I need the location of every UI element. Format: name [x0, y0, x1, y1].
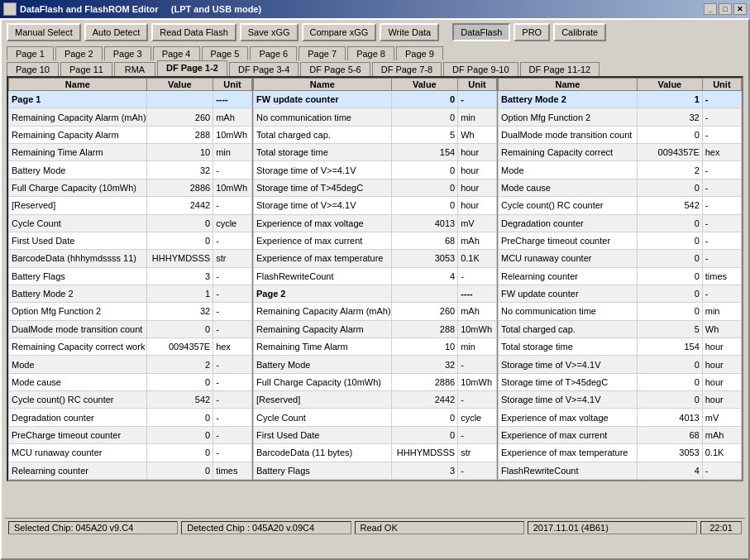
tab-df-page7-8[interactable]: DF Page 7-8	[372, 62, 442, 76]
save-xgg-button[interactable]: Save xGG	[240, 23, 299, 41]
table-row[interactable]: Battery Flags3-	[254, 462, 497, 479]
table-row[interactable]: Degradation counter0-	[499, 214, 742, 232]
table-row[interactable]: DualMode mode transition count0-	[499, 126, 742, 143]
table-row[interactable]: Experience of max current68mAh	[499, 426, 742, 443]
table-row[interactable]: Remaining Time Alarm10min	[254, 338, 497, 356]
table-row[interactable]: PreCharge timeout counter0-	[9, 426, 252, 443]
table-row[interactable]: Cycle count() RC counter542-	[9, 391, 252, 409]
table-row[interactable]: Mode cause0-	[9, 373, 252, 390]
table-row[interactable]: Full Charge Capacity (10mWh)288610mWh	[9, 179, 252, 196]
minimize-button[interactable]: _	[704, 3, 717, 15]
tab-page4[interactable]: Page 4	[153, 46, 200, 60]
table-row[interactable]: Experience of max temperature30530.1K	[499, 444, 742, 462]
table-row[interactable]: PreCharge timeout counter0-	[499, 232, 742, 249]
dataflash-button[interactable]: DataFlash	[452, 23, 510, 41]
table-row[interactable]: Page 1----	[9, 91, 252, 108]
table-row[interactable]: Remaining Capacity correct0094357Ehex	[499, 144, 742, 161]
table-row[interactable]: Battery Mode32-	[254, 356, 497, 373]
table-row[interactable]: Mode2-	[499, 161, 742, 179]
table-row[interactable]: First Used Date0-	[9, 232, 252, 249]
manual-select-button[interactable]: Manual Select	[7, 23, 81, 41]
table-row[interactable]: [Reserved]2442-	[9, 197, 252, 214]
tab-df-page1-2[interactable]: DF Page 1-2	[157, 60, 227, 76]
table-row[interactable]: Remaining Capacity Alarm28810mWh	[9, 126, 252, 143]
auto-detect-button[interactable]: Auto Detect	[84, 23, 148, 41]
table-row[interactable]: Battery Mode32-	[9, 161, 252, 179]
tab-df-page5-6[interactable]: DF Page 5-6	[300, 62, 370, 76]
tab-page10[interactable]: Page 10	[7, 62, 59, 76]
table3-header-value: Value	[638, 79, 703, 91]
table-row[interactable]: Experience of max voltage4013mV	[254, 214, 497, 232]
table-row[interactable]: Experience of max temperature30530.1K	[254, 250, 497, 267]
table-row[interactable]: Battery Flags3-	[9, 267, 252, 285]
table-row[interactable]: Total storage time154hour	[499, 338, 742, 356]
table-row[interactable]: Cycle Count0cycle	[254, 409, 497, 426]
table2-container[interactable]: Name Value Unit FW update counter0-No co…	[253, 78, 498, 480]
table-row[interactable]: Page 2----	[254, 285, 497, 302]
table-row[interactable]: Cycle count() RC counter542-	[499, 197, 742, 214]
table-row[interactable]: Degradation counter0-	[9, 409, 252, 426]
table-row[interactable]: First Used Date0-	[254, 426, 497, 443]
table-row[interactable]: Cycle Count0cycle	[9, 214, 252, 232]
tab-rma[interactable]: RMA	[114, 62, 155, 76]
calibrate-button[interactable]: Calibrate	[553, 23, 606, 41]
tab-page6[interactable]: Page 6	[250, 46, 297, 60]
table3-container[interactable]: Name Value Unit Battery Mode 21-Option M…	[498, 78, 742, 480]
close-button[interactable]: ✕	[733, 3, 747, 15]
tab-page11[interactable]: Page 11	[60, 62, 112, 76]
table-row[interactable]: Full Charge Capacity (10mWh)288610mWh	[254, 373, 497, 390]
table-row[interactable]: MCU runaway counter0-	[499, 250, 742, 267]
tab-page1[interactable]: Page 1	[7, 46, 54, 60]
table-row[interactable]: Battery Mode 21-	[9, 285, 252, 302]
table-row[interactable]: Remaining Capacity correct work0094357Eh…	[9, 338, 252, 356]
table-row[interactable]: Storage time of T>45degC0hour	[254, 179, 497, 196]
table-row[interactable]: Remaining Time Alarm10min	[9, 144, 252, 161]
table-row[interactable]: Storage time of V>=4.1V0hour	[499, 356, 742, 373]
compare-xgg-button[interactable]: Compare xGG	[302, 23, 377, 41]
table-row[interactable]: Option Mfg Function 232-	[499, 108, 742, 126]
table-row[interactable]: Storage time of V>=4.1V0hour	[499, 391, 742, 409]
tab-page2[interactable]: Page 2	[55, 46, 103, 60]
tab-df-page11-12[interactable]: DF Page 11-12	[520, 62, 600, 76]
tab-page8[interactable]: Page 8	[347, 46, 394, 60]
tab-page5[interactable]: Page 5	[202, 46, 249, 60]
table-row[interactable]: Relearning counter0times	[499, 267, 742, 285]
table-row[interactable]: Total storage time154hour	[254, 144, 497, 161]
pro-button[interactable]: PRO	[514, 23, 550, 41]
table-row[interactable]: Remaining Capacity Alarm28810mWh	[254, 320, 497, 337]
table-row[interactable]: Mode cause0-	[499, 179, 742, 196]
table-row[interactable]: FlashRewriteCount4-	[254, 267, 497, 285]
table-row[interactable]: FW update counter0-	[254, 91, 497, 108]
table-row[interactable]: BarcodeData (hhhymdssss 11)HHHYMDSSSstr	[9, 250, 252, 267]
table1-container[interactable]: Name Value Unit Page 1----Remaining Capa…	[8, 78, 253, 480]
table-row[interactable]: DualMode mode transition count0-	[9, 320, 252, 337]
table-row[interactable]: Storage time of V>=4.1V0hour	[254, 197, 497, 214]
table-row[interactable]: Storage time of T>45degC0hour	[499, 373, 742, 390]
table-row[interactable]: Experience of max voltage4013mV	[499, 409, 742, 426]
table-row[interactable]: Total charged cap.5Wh	[499, 320, 742, 337]
table-row[interactable]: No communication time0min	[499, 303, 742, 320]
table-row[interactable]: Experience of max current68mAh	[254, 232, 497, 249]
table-row[interactable]: Battery Mode 21-	[499, 91, 742, 108]
maximize-button[interactable]: □	[719, 3, 732, 15]
table-row[interactable]: Storage time of V>=4.1V0hour	[254, 161, 497, 179]
table-row[interactable]: MCU runaway counter0-	[9, 444, 252, 462]
table-row[interactable]: Remaining Capacity Alarm (mAh)260mAh	[254, 303, 497, 320]
tab-page7[interactable]: Page 7	[299, 46, 346, 60]
read-data-flash-button[interactable]: Read Data Flash	[151, 23, 236, 41]
table-row[interactable]: FW update counter0-	[499, 285, 742, 302]
table-row[interactable]: Option Mfg Function 232-	[9, 303, 252, 320]
table-row[interactable]: FlashRewriteCount4-	[499, 462, 742, 479]
tab-page9[interactable]: Page 9	[396, 46, 443, 60]
write-data-button[interactable]: Write Data	[380, 23, 439, 41]
table-row[interactable]: BarcodeData (11 bytes)HHHYMDSSSstr	[254, 444, 497, 462]
table-row[interactable]: Mode2-	[9, 356, 252, 373]
tab-df-page9-10[interactable]: DF Page 9-10	[443, 62, 518, 76]
table-row[interactable]: Remaining Capacity Alarm (mAh)260mAh	[9, 108, 252, 126]
table-row[interactable]: Relearning counter0times	[9, 462, 252, 479]
table-row[interactable]: Total charged cap.5Wh	[254, 126, 497, 143]
tab-df-page3-4[interactable]: DF Page 3-4	[229, 62, 299, 76]
table-row[interactable]: [Reserved]2442-	[254, 391, 497, 409]
tab-page3[interactable]: Page 3	[104, 46, 151, 60]
table-row[interactable]: No communication time0min	[254, 108, 497, 126]
